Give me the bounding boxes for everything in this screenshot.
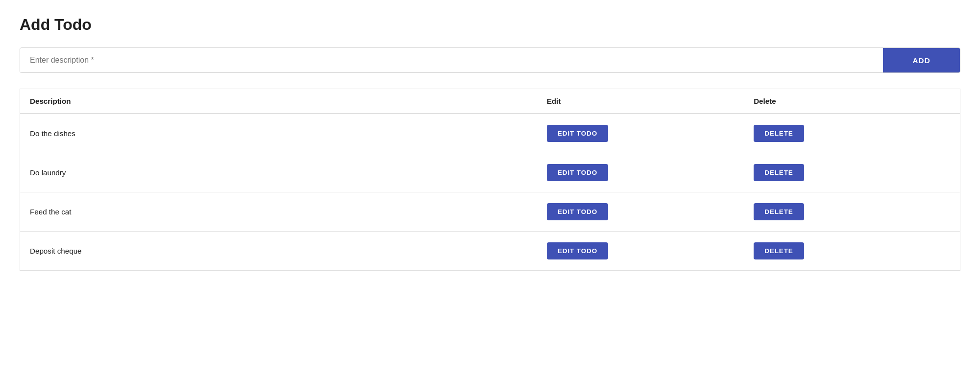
- description-input[interactable]: [20, 48, 883, 72]
- edit-todo-button[interactable]: EDIT TODO: [547, 242, 608, 259]
- table-header-row: Description Edit Delete: [20, 89, 960, 114]
- edit-todo-button[interactable]: EDIT TODO: [547, 125, 608, 142]
- table-row: Feed the catEDIT TODODELETE: [20, 192, 960, 232]
- table-row: Do the dishesEDIT TODODELETE: [20, 114, 960, 153]
- delete-todo-button[interactable]: DELETE: [754, 125, 804, 142]
- table-row: Do laundryEDIT TODODELETE: [20, 153, 960, 192]
- todo-delete-cell: DELETE: [744, 232, 960, 271]
- todo-edit-cell: EDIT TODO: [537, 153, 744, 192]
- delete-todo-button[interactable]: DELETE: [754, 242, 804, 259]
- todo-description: Do the dishes: [20, 114, 537, 153]
- todo-description: Do laundry: [20, 153, 537, 192]
- edit-todo-button[interactable]: EDIT TODO: [547, 164, 608, 181]
- add-todo-form: ADD: [20, 47, 960, 73]
- delete-todo-button[interactable]: DELETE: [754, 164, 804, 181]
- delete-todo-button[interactable]: DELETE: [754, 203, 804, 220]
- todo-edit-cell: EDIT TODO: [537, 192, 744, 232]
- todo-description: Deposit cheque: [20, 232, 537, 271]
- page-title: Add Todo: [20, 16, 960, 34]
- table-row: Deposit chequeEDIT TODODELETE: [20, 232, 960, 271]
- todo-edit-cell: EDIT TODO: [537, 232, 744, 271]
- todo-edit-cell: EDIT TODO: [537, 114, 744, 153]
- column-header-edit: Edit: [537, 89, 744, 114]
- add-button[interactable]: ADD: [883, 48, 960, 72]
- column-header-description: Description: [20, 89, 537, 114]
- todo-delete-cell: DELETE: [744, 153, 960, 192]
- todo-description: Feed the cat: [20, 192, 537, 232]
- todo-delete-cell: DELETE: [744, 192, 960, 232]
- todo-delete-cell: DELETE: [744, 114, 960, 153]
- column-header-delete: Delete: [744, 89, 960, 114]
- todo-table: Description Edit Delete Do the dishesEDI…: [20, 89, 960, 271]
- edit-todo-button[interactable]: EDIT TODO: [547, 203, 608, 220]
